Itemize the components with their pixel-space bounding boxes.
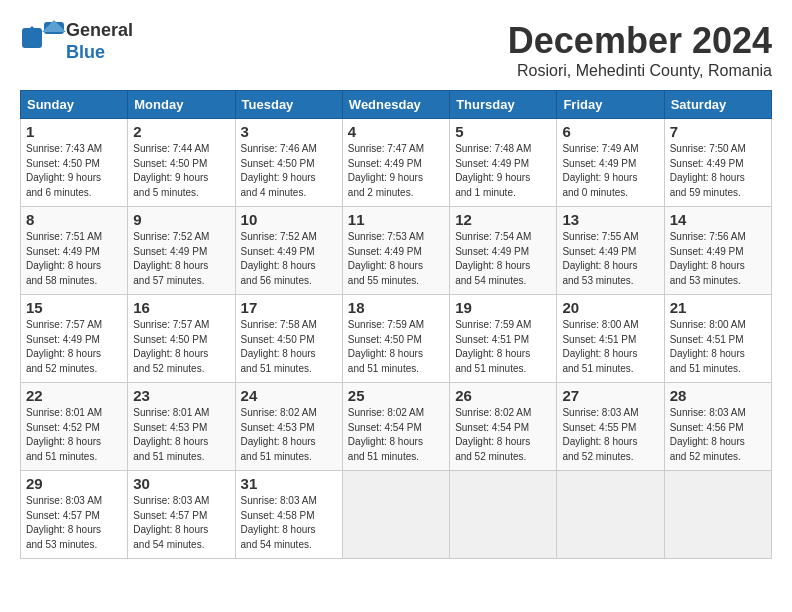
header-monday: Monday [128,91,235,119]
day-info: Sunrise: 7:43 AM Sunset: 4:50 PM Dayligh… [26,142,122,200]
day-info: Sunrise: 8:02 AM Sunset: 4:53 PM Dayligh… [241,406,337,464]
month-title: December 2024 [508,20,772,62]
day-info: Sunrise: 8:02 AM Sunset: 4:54 PM Dayligh… [348,406,444,464]
calendar-cell: 11Sunrise: 7:53 AM Sunset: 4:49 PM Dayli… [342,207,449,295]
day-info: Sunrise: 8:03 AM Sunset: 4:57 PM Dayligh… [133,494,229,552]
day-number: 21 [670,299,766,316]
calendar-cell: 20Sunrise: 8:00 AM Sunset: 4:51 PM Dayli… [557,295,664,383]
calendar-week-row: 1Sunrise: 7:43 AM Sunset: 4:50 PM Daylig… [21,119,772,207]
day-number: 1 [26,123,122,140]
day-number: 30 [133,475,229,492]
day-info: Sunrise: 8:03 AM Sunset: 4:58 PM Dayligh… [241,494,337,552]
header-tuesday: Tuesday [235,91,342,119]
day-number: 23 [133,387,229,404]
day-info: Sunrise: 7:59 AM Sunset: 4:50 PM Dayligh… [348,318,444,376]
calendar-cell [342,471,449,559]
header-sunday: Sunday [21,91,128,119]
calendar-cell: 5Sunrise: 7:48 AM Sunset: 4:49 PM Daylig… [450,119,557,207]
calendar-cell: 21Sunrise: 8:00 AM Sunset: 4:51 PM Dayli… [664,295,771,383]
day-number: 25 [348,387,444,404]
calendar-cell [664,471,771,559]
calendar-cell: 19Sunrise: 7:59 AM Sunset: 4:51 PM Dayli… [450,295,557,383]
day-info: Sunrise: 7:51 AM Sunset: 4:49 PM Dayligh… [26,230,122,288]
calendar-cell: 3Sunrise: 7:46 AM Sunset: 4:50 PM Daylig… [235,119,342,207]
calendar-cell: 30Sunrise: 8:03 AM Sunset: 4:57 PM Dayli… [128,471,235,559]
calendar-cell: 26Sunrise: 8:02 AM Sunset: 4:54 PM Dayli… [450,383,557,471]
calendar-cell: 8Sunrise: 7:51 AM Sunset: 4:49 PM Daylig… [21,207,128,295]
day-number: 4 [348,123,444,140]
calendar-week-row: 15Sunrise: 7:57 AM Sunset: 4:49 PM Dayli… [21,295,772,383]
day-info: Sunrise: 7:55 AM Sunset: 4:49 PM Dayligh… [562,230,658,288]
calendar-cell: 13Sunrise: 7:55 AM Sunset: 4:49 PM Dayli… [557,207,664,295]
day-info: Sunrise: 7:48 AM Sunset: 4:49 PM Dayligh… [455,142,551,200]
day-number: 10 [241,211,337,228]
calendar-cell: 18Sunrise: 7:59 AM Sunset: 4:50 PM Dayli… [342,295,449,383]
page-header: General Blue December 2024 Rosiori, Mehe… [20,20,772,80]
day-info: Sunrise: 8:03 AM Sunset: 4:57 PM Dayligh… [26,494,122,552]
day-info: Sunrise: 7:50 AM Sunset: 4:49 PM Dayligh… [670,142,766,200]
calendar-cell: 2Sunrise: 7:44 AM Sunset: 4:50 PM Daylig… [128,119,235,207]
calendar-cell: 17Sunrise: 7:58 AM Sunset: 4:50 PM Dayli… [235,295,342,383]
calendar-week-row: 29Sunrise: 8:03 AM Sunset: 4:57 PM Dayli… [21,471,772,559]
day-number: 16 [133,299,229,316]
day-number: 13 [562,211,658,228]
calendar-table: SundayMondayTuesdayWednesdayThursdayFrid… [20,90,772,559]
calendar-cell: 25Sunrise: 8:02 AM Sunset: 4:54 PM Dayli… [342,383,449,471]
calendar-cell: 7Sunrise: 7:50 AM Sunset: 4:49 PM Daylig… [664,119,771,207]
calendar-cell [557,471,664,559]
calendar-cell: 27Sunrise: 8:03 AM Sunset: 4:55 PM Dayli… [557,383,664,471]
calendar-body: 1Sunrise: 7:43 AM Sunset: 4:50 PM Daylig… [21,119,772,559]
day-number: 19 [455,299,551,316]
calendar-cell: 31Sunrise: 8:03 AM Sunset: 4:58 PM Dayli… [235,471,342,559]
day-info: Sunrise: 7:57 AM Sunset: 4:50 PM Dayligh… [133,318,229,376]
day-info: Sunrise: 8:03 AM Sunset: 4:56 PM Dayligh… [670,406,766,464]
day-number: 11 [348,211,444,228]
calendar-cell: 24Sunrise: 8:02 AM Sunset: 4:53 PM Dayli… [235,383,342,471]
calendar-week-row: 22Sunrise: 8:01 AM Sunset: 4:52 PM Dayli… [21,383,772,471]
day-info: Sunrise: 7:52 AM Sunset: 4:49 PM Dayligh… [133,230,229,288]
calendar-cell: 1Sunrise: 7:43 AM Sunset: 4:50 PM Daylig… [21,119,128,207]
day-number: 18 [348,299,444,316]
day-number: 7 [670,123,766,140]
day-number: 31 [241,475,337,492]
day-info: Sunrise: 7:49 AM Sunset: 4:49 PM Dayligh… [562,142,658,200]
day-number: 27 [562,387,658,404]
day-number: 22 [26,387,122,404]
location-title: Rosiori, Mehedinti County, Romania [508,62,772,80]
calendar-cell: 28Sunrise: 8:03 AM Sunset: 4:56 PM Dayli… [664,383,771,471]
header-wednesday: Wednesday [342,91,449,119]
day-info: Sunrise: 8:01 AM Sunset: 4:52 PM Dayligh… [26,406,122,464]
day-number: 9 [133,211,229,228]
day-number: 20 [562,299,658,316]
day-info: Sunrise: 7:46 AM Sunset: 4:50 PM Dayligh… [241,142,337,200]
day-info: Sunrise: 7:58 AM Sunset: 4:50 PM Dayligh… [241,318,337,376]
day-number: 12 [455,211,551,228]
logo-general: General [66,20,133,42]
day-number: 2 [133,123,229,140]
day-number: 17 [241,299,337,316]
calendar-cell: 23Sunrise: 8:01 AM Sunset: 4:53 PM Dayli… [128,383,235,471]
day-info: Sunrise: 7:52 AM Sunset: 4:49 PM Dayligh… [241,230,337,288]
day-number: 26 [455,387,551,404]
calendar-cell: 12Sunrise: 7:54 AM Sunset: 4:49 PM Dayli… [450,207,557,295]
day-info: Sunrise: 7:54 AM Sunset: 4:49 PM Dayligh… [455,230,551,288]
logo-blue: Blue [66,42,133,64]
day-number: 15 [26,299,122,316]
day-info: Sunrise: 8:00 AM Sunset: 4:51 PM Dayligh… [670,318,766,376]
calendar-cell: 16Sunrise: 7:57 AM Sunset: 4:50 PM Dayli… [128,295,235,383]
day-number: 24 [241,387,337,404]
day-number: 14 [670,211,766,228]
calendar-cell: 10Sunrise: 7:52 AM Sunset: 4:49 PM Dayli… [235,207,342,295]
calendar-cell: 22Sunrise: 8:01 AM Sunset: 4:52 PM Dayli… [21,383,128,471]
day-info: Sunrise: 7:59 AM Sunset: 4:51 PM Dayligh… [455,318,551,376]
calendar-cell: 29Sunrise: 8:03 AM Sunset: 4:57 PM Dayli… [21,471,128,559]
calendar-header-row: SundayMondayTuesdayWednesdayThursdayFrid… [21,91,772,119]
day-number: 5 [455,123,551,140]
day-info: Sunrise: 8:00 AM Sunset: 4:51 PM Dayligh… [562,318,658,376]
calendar-cell: 4Sunrise: 7:47 AM Sunset: 4:49 PM Daylig… [342,119,449,207]
day-info: Sunrise: 7:57 AM Sunset: 4:49 PM Dayligh… [26,318,122,376]
day-info: Sunrise: 7:53 AM Sunset: 4:49 PM Dayligh… [348,230,444,288]
day-info: Sunrise: 8:03 AM Sunset: 4:55 PM Dayligh… [562,406,658,464]
calendar-week-row: 8Sunrise: 7:51 AM Sunset: 4:49 PM Daylig… [21,207,772,295]
calendar-cell: 9Sunrise: 7:52 AM Sunset: 4:49 PM Daylig… [128,207,235,295]
